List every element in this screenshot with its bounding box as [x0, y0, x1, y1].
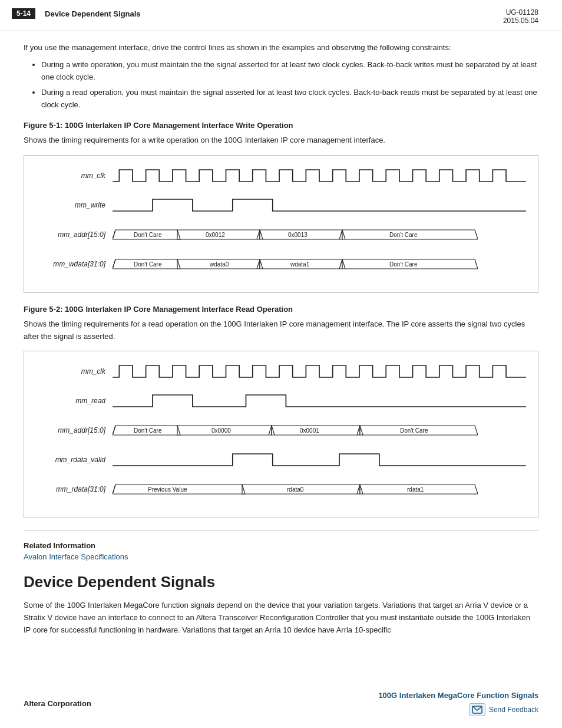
signal-label-mmclk2: mm_clk	[36, 367, 113, 375]
header-section-title: Device Dependent Signals	[45, 9, 141, 18]
signal-row-mmwdata: mm_wdata[31:0] Don't Care wdata0 wdata1	[36, 253, 526, 275]
doc-date: 2015.05.04	[503, 17, 538, 25]
signal-wave-mmclk2	[113, 361, 526, 382]
constraint-read: During a read operation, you must mainta…	[41, 87, 538, 111]
signal-row-mmwrite: mm_write	[36, 195, 526, 216]
footer-doc-title[interactable]: 100G Interlaken MegaCore Function Signal…	[378, 691, 538, 700]
signal-label-mmrdata: mm_rdata[31:0]	[36, 485, 113, 493]
signal-row-mmaddr-write: mm_addr[15:0] Don't Care 0x0012	[36, 224, 526, 245]
page-number: 5-14	[12, 8, 35, 19]
feedback-icon	[469, 703, 485, 716]
feedback-label: Send Feedback	[489, 706, 538, 714]
signal-label-mmread: mm_read	[36, 397, 113, 405]
avalon-link[interactable]: Avalon Interface Specifications	[24, 552, 128, 561]
signal-row-mmdatavalid: mm_rdata_valid	[36, 449, 526, 470]
divider	[24, 530, 538, 531]
signal-wave-mmwrite	[113, 195, 526, 216]
svg-text:Don't Care: Don't Care	[400, 427, 428, 434]
constraint-write: During a write operation, you must maint…	[41, 59, 538, 84]
related-info: Related Information Avalon Interface Spe…	[24, 541, 538, 561]
svg-text:rdata0: rdata0	[287, 486, 304, 493]
svg-text:Previous Value: Previous Value	[148, 486, 187, 493]
send-feedback[interactable]: Send Feedback	[469, 703, 538, 716]
signal-wave-mmwdata: Don't Care wdata0 wdata1 Don't Care	[113, 253, 526, 275]
figure1-desc: Shows the timing requirements for a writ…	[24, 134, 538, 147]
footer-right: 100G Interlaken MegaCore Function Signal…	[378, 691, 538, 716]
related-info-title: Related Information	[24, 541, 538, 550]
signal-row-mmrdata: mm_rdata[31:0] Previous Value rdata0	[36, 479, 526, 500]
svg-text:0x0012: 0x0012	[206, 232, 225, 238]
figure2-title: Figure 5-2: 100G Interlaken IP Core Mana…	[24, 305, 538, 314]
intro-para: If you use the management interface, dri…	[24, 42, 538, 54]
header-left: 5-14 Device Dependent Signals	[12, 8, 141, 19]
svg-text:0x0000: 0x0000	[211, 427, 231, 434]
signal-label-mmwrite: mm_write	[36, 201, 113, 209]
signal-label-mmdatavalid: mm_rdata_valid	[36, 456, 113, 464]
signal-wave-mmread	[113, 390, 526, 411]
svg-text:wdata0: wdata0	[209, 261, 229, 268]
signal-row-mmaddr-read: mm_addr[15:0] Don't Care 0x0000 0x0001	[36, 420, 526, 441]
figure1-title: Figure 5-1: 100G Interlaken IP Core Mana…	[24, 121, 538, 130]
signal-wave-mmclk1	[113, 165, 526, 186]
svg-text:Don't Care: Don't Care	[134, 261, 162, 268]
signal-label-mmclk1: mm_clk	[36, 172, 113, 180]
page-header: 5-14 Device Dependent Signals UG-01128 2…	[0, 0, 562, 31]
svg-text:0x0001: 0x0001	[300, 427, 319, 434]
figure2-diagram: mm_clk mm_read mm_addr[15:0]	[24, 351, 538, 518]
figure1-diagram: mm_clk mm_write mm_ad	[24, 155, 538, 293]
signal-wave-mmrdata: Previous Value rdata0 rdata1	[113, 479, 526, 500]
svg-text:wdata1: wdata1	[290, 261, 310, 268]
section-heading: Device Dependent Signals	[24, 573, 538, 591]
signal-row-clk-write: mm_clk	[36, 165, 526, 186]
signal-row-clk-read: mm_clk	[36, 361, 526, 382]
signal-wave-mmaddr2: Don't Care 0x0000 0x0001 Don't Care	[113, 420, 526, 441]
svg-text:0x0013: 0x0013	[288, 232, 308, 238]
page-container: 5-14 Device Dependent Signals UG-01128 2…	[0, 0, 562, 728]
signal-row-mmread: mm_read	[36, 390, 526, 411]
signal-label-mmwdata: mm_wdata[31:0]	[36, 260, 113, 268]
signal-label-mmaddr1: mm_addr[15:0]	[36, 230, 113, 239]
figure2-desc: Shows the timing requirements for a read…	[24, 318, 538, 343]
page-footer: Altera Corporation 100G Interlaken MegaC…	[0, 691, 562, 716]
signal-label-mmaddr2: mm_addr[15:0]	[36, 426, 113, 434]
constraints-list: During a write operation, you must maint…	[41, 59, 538, 111]
device-section-para: Some of the 100G Interlaken MegaCore fun…	[24, 599, 538, 636]
header-right: UG-01128 2015.05.04	[503, 8, 538, 25]
svg-text:Don't Care: Don't Care	[389, 261, 418, 268]
signal-wave-mmdatavalid	[113, 449, 526, 470]
svg-text:rdata1: rdata1	[407, 486, 424, 493]
doc-id: UG-01128	[503, 8, 538, 17]
footer-company: Altera Corporation	[24, 699, 91, 708]
svg-text:Don't Care: Don't Care	[134, 427, 162, 434]
svg-text:Don't Care: Don't Care	[389, 232, 418, 238]
main-content: If you use the management interface, dri…	[0, 31, 562, 647]
signal-wave-mmaddr1: Don't Care 0x0012 0x0013	[113, 224, 526, 245]
svg-text:Don't Care: Don't Care	[134, 232, 162, 238]
